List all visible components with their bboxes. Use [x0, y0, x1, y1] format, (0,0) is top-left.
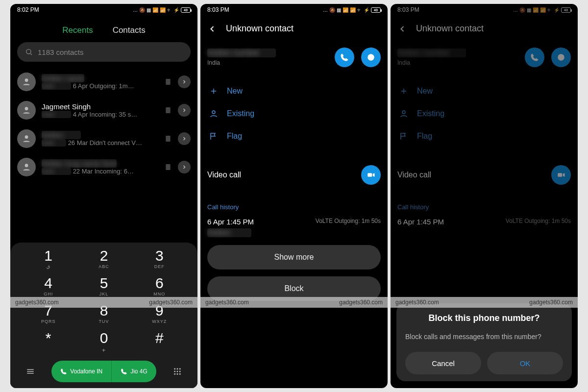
phone-number-blurred: hidden number — [207, 49, 276, 57]
flag-contact[interactable]: Flag — [207, 125, 381, 147]
tab-recents[interactable]: Recents — [62, 25, 93, 35]
add-new-contact: New — [397, 80, 571, 102]
menu-icon[interactable] — [23, 367, 38, 376]
add-existing-contact[interactable]: Existing — [207, 102, 381, 125]
key-0[interactable]: 0+ — [78, 331, 129, 354]
key-4[interactable]: 4GHI — [23, 276, 74, 296]
phone-number-blurred: hidden number — [397, 49, 466, 57]
screen-contact-detail: 8:03 PM …🔕▦📶📶ᯤ⚡ 43 Unknown contact hidde… — [200, 4, 388, 388]
cancel-button[interactable]: Cancel — [405, 352, 481, 374]
clock: 8:03 PM — [207, 6, 229, 13]
add-new-contact[interactable]: New — [207, 80, 381, 102]
row-details-button[interactable] — [178, 75, 191, 88]
svg-point-31 — [402, 111, 405, 114]
flag-contact: Flag — [397, 125, 571, 147]
svg-point-13 — [174, 368, 175, 369]
clock: 8:03 PM — [397, 6, 419, 13]
dialpad-toggle-icon[interactable] — [170, 367, 185, 376]
sim-icon — [164, 135, 172, 143]
call-button — [525, 48, 544, 67]
svg-rect-9 — [166, 164, 170, 170]
video-icon — [367, 171, 375, 179]
svg-rect-7 — [166, 136, 170, 142]
screen-block-dialog: 8:03 PM …🔕▦📶📶ᯤ⚡ 43 Unknown contact hidde… — [391, 4, 578, 388]
avatar — [17, 73, 36, 91]
sim-icon — [164, 163, 172, 171]
list-item[interactable]: hidden num 26 Mar Didn't connect V… — [10, 124, 197, 153]
person-icon — [399, 109, 408, 118]
status-icons: …🔕▦📶📶ᯤ⚡ 43 — [323, 7, 381, 13]
call-history-item: 6 Apr 1:45 PM VoLTE Outgoing: 1m 50s — [391, 216, 578, 227]
status-bar: 8:02 PM … 🔕 ▦ 📶 📶 ᯤ ⚡ 43 — [10, 4, 197, 16]
video-call-button[interactable] — [361, 165, 381, 185]
status-icons: …🔕▦📶📶ᯤ⚡ 43 — [513, 7, 571, 13]
row-details-button[interactable] — [178, 104, 191, 117]
row-details-button[interactable] — [178, 132, 191, 145]
contact-name-blurred: hidden long name here — [42, 159, 117, 168]
svg-point-8 — [25, 164, 28, 167]
call-sim1-button[interactable]: Vodafone IN — [51, 361, 111, 382]
message-button — [551, 48, 571, 67]
contact-name-blurred: hidden — [42, 131, 81, 139]
list-item[interactable]: Jagmeet Singh num 4 Apr Incoming: 35 s… — [10, 96, 197, 124]
chat-icon — [367, 53, 375, 62]
row-details-button[interactable] — [178, 161, 191, 173]
key-6[interactable]: 6MNO — [134, 276, 185, 296]
search-placeholder: 1183 contacts — [38, 48, 83, 56]
key-star[interactable]: * — [23, 331, 74, 354]
message-button[interactable] — [361, 48, 381, 67]
screen-dialer: 8:02 PM … 🔕 ▦ 📶 📶 ᯤ ⚡ 43 Recents Contact… — [10, 4, 197, 388]
flag-icon — [209, 132, 218, 141]
key-2[interactable]: 2ABC — [78, 248, 129, 269]
dialog-title: Block this phone number? — [405, 313, 563, 323]
contact-name-blurred: hidden name — [42, 74, 84, 82]
key-hash[interactable]: # — [134, 331, 185, 354]
svg-point-28 — [558, 54, 564, 61]
flag-icon — [399, 132, 408, 141]
add-existing-contact: Existing — [397, 102, 571, 125]
clock: 8:02 PM — [17, 6, 39, 13]
phone-icon — [340, 53, 349, 62]
battery-icon: 43 — [371, 7, 381, 13]
battery-icon: 43 — [181, 7, 191, 13]
key-5[interactable]: 5JKL — [78, 276, 129, 296]
search-input[interactable]: 1183 contacts — [17, 42, 191, 62]
call-history-label: Call history — [391, 189, 578, 216]
back-icon[interactable] — [207, 24, 217, 34]
key-3[interactable]: 3DEF — [134, 248, 185, 269]
phone-icon — [60, 368, 67, 375]
battery-icon: 43 — [561, 7, 571, 13]
tabs: Recents Contacts — [10, 16, 197, 42]
svg-rect-26 — [368, 173, 372, 177]
video-call-label: Video call — [397, 171, 431, 179]
show-more-button[interactable]: Show more — [207, 245, 381, 270]
call-history-item[interactable]: 6 Apr 1:45 PM VoLTE Outgoing: 1m 50s hid… — [200, 216, 388, 238]
svg-marker-33 — [563, 173, 565, 177]
svg-point-15 — [179, 368, 181, 369]
phone-icon — [121, 368, 127, 375]
dialpad: 1ق 2ABC 3DEF 4GHI 5JKL 6MNO 7PQRS 8TUV 9… — [10, 243, 197, 388]
svg-point-20 — [177, 373, 178, 375]
page-title: Unknown contact — [226, 24, 294, 34]
svg-point-22 — [368, 54, 374, 61]
svg-point-25 — [212, 111, 215, 114]
page-title: Unknown contact — [416, 24, 484, 34]
svg-point-4 — [25, 107, 28, 110]
list-item[interactable]: hidden name num 6 Apr Outgoing: 1m… — [10, 68, 197, 96]
call-sim2-button[interactable]: Jio 4G — [111, 361, 156, 382]
phone-icon — [530, 53, 539, 62]
svg-marker-27 — [373, 173, 375, 177]
key-1[interactable]: 1ق — [23, 248, 74, 269]
svg-rect-3 — [166, 79, 170, 85]
country-label: India — [207, 59, 328, 66]
status-icons: … 🔕 ▦ 📶 📶 ᯤ ⚡ 43 — [133, 7, 191, 13]
tab-contacts[interactable]: Contacts — [113, 25, 146, 35]
status-bar: 8:03 PM …🔕▦📶📶ᯤ⚡ 43 — [200, 4, 388, 16]
call-button[interactable] — [335, 48, 354, 67]
country-label: India — [397, 59, 518, 66]
ok-button[interactable]: OK — [487, 352, 563, 374]
svg-point-16 — [174, 371, 175, 372]
contact-name: Jagmeet Singh — [42, 102, 158, 111]
list-item[interactable]: hidden long name here num 22 Mar Incomin… — [10, 153, 197, 181]
svg-point-2 — [25, 78, 28, 82]
